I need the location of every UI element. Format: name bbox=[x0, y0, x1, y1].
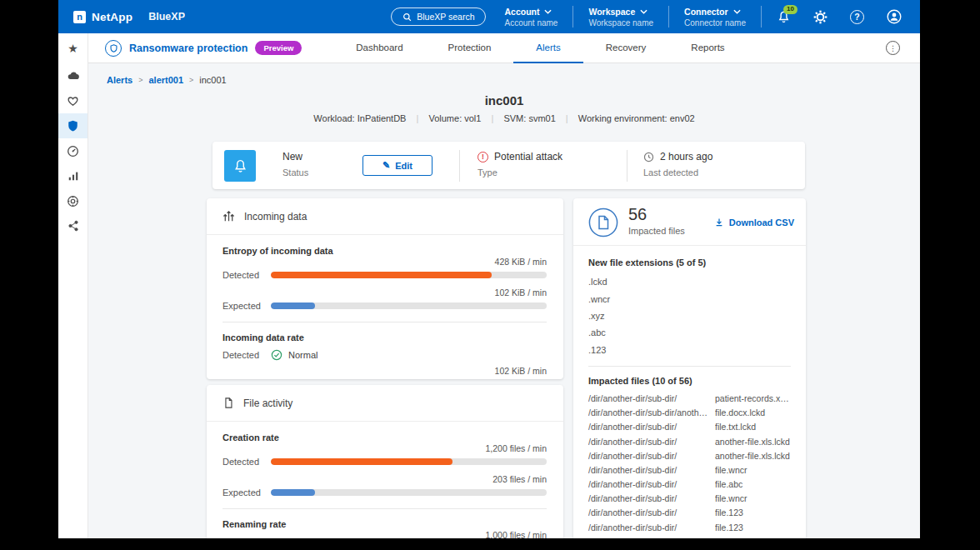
netapp-logo-icon: n bbox=[73, 11, 86, 23]
creation-rate-title: Creation rate bbox=[222, 432, 547, 442]
notification-count-badge: 10 bbox=[783, 5, 798, 14]
creation-detected-value: 1,200 files / min bbox=[222, 443, 547, 453]
tab-protection[interactable]: Protection bbox=[426, 33, 514, 63]
divider bbox=[222, 508, 547, 509]
tab-alerts[interactable]: Alerts bbox=[513, 33, 582, 63]
file-name: file.docx.lckd bbox=[715, 408, 791, 418]
sidebar-item-ransomware-protection[interactable] bbox=[58, 113, 88, 138]
sidebar-item-settings[interactable] bbox=[58, 188, 88, 213]
last-detected-label: Last detected bbox=[643, 168, 712, 178]
file-path: /dir/another-dir/sub-dir/ bbox=[588, 493, 715, 504]
meta-svm-label: SVM: bbox=[503, 113, 526, 123]
help-button[interactable]: ? bbox=[850, 10, 864, 24]
page-title: inc001 bbox=[88, 93, 920, 108]
breadcrumb-alert001-link[interactable]: alert001 bbox=[148, 75, 183, 85]
extension-item: .xyz bbox=[588, 308, 791, 324]
sidebar-item-storage[interactable] bbox=[58, 138, 88, 163]
breadcrumb-alerts-link[interactable]: Alerts bbox=[107, 75, 132, 85]
progress-track bbox=[271, 489, 547, 496]
status-label: Status bbox=[282, 168, 308, 178]
entropy-title: Entropy of incoming data bbox=[222, 246, 547, 256]
service-title: Ransomware protection bbox=[129, 42, 248, 54]
last-detected-section: 2 hours ago Last detected bbox=[643, 151, 712, 178]
file-name: file.123 bbox=[715, 508, 791, 518]
bar-chart-icon bbox=[68, 170, 79, 182]
netapp-brand[interactable]: n NetApp BlueXP bbox=[73, 11, 185, 23]
left-sidebar: ★ bbox=[58, 33, 88, 538]
info-icon: ⋮ bbox=[889, 44, 897, 52]
file-activity-card: File activity Creation rate 1,200 files … bbox=[207, 385, 563, 538]
meta-environment-value: env02 bbox=[670, 113, 695, 123]
chevron-down-icon bbox=[544, 9, 552, 14]
status-value: New bbox=[282, 151, 308, 162]
breadcrumb-separator: > bbox=[189, 76, 193, 84]
settings-button[interactable] bbox=[813, 10, 828, 24]
sidebar-item-analytics[interactable] bbox=[58, 163, 88, 188]
impacted-files-count-label: Impacted files bbox=[628, 226, 685, 236]
search-label: BlueXP search bbox=[417, 12, 474, 22]
impacted-files-list-title: Impacted files (10 of 56) bbox=[588, 376, 791, 386]
progress-track bbox=[271, 458, 547, 465]
impacted-file-row: /dir/another-dir/sub-dir/ file.123 bbox=[588, 521, 791, 535]
tab-dashboard[interactable]: Dashboard bbox=[333, 33, 425, 63]
impacted-files-icon bbox=[588, 208, 618, 238]
file-path: /dir/another-dir/sub-dir/ bbox=[588, 422, 715, 432]
bluexp-search[interactable]: BlueXP search bbox=[391, 8, 486, 26]
workspace-menu-label: Workspace bbox=[588, 7, 635, 17]
file-name: patient-records.xls.lckd bbox=[715, 393, 791, 404]
notifications-button[interactable]: 10 bbox=[777, 10, 791, 24]
sidebar-item-hybrid-cloud[interactable] bbox=[58, 63, 88, 88]
file-path: /dir/another-dir/sub-dir/ bbox=[588, 522, 715, 533]
incident-icon-tile bbox=[224, 150, 256, 182]
progress-track bbox=[271, 272, 547, 278]
account-menu-label: Account bbox=[504, 7, 539, 17]
alert-icon: ! bbox=[478, 152, 488, 162]
extension-item: .wncr bbox=[588, 290, 791, 307]
status-section: New Status bbox=[282, 151, 308, 178]
info-button[interactable]: ⋮ bbox=[886, 41, 900, 55]
impacted-file-row: /dir/another-dir/sub-dir/ file.wncr bbox=[588, 463, 791, 478]
divider: | bbox=[417, 113, 419, 123]
breadcrumb: Alerts > alert001 > inc001 bbox=[107, 75, 227, 85]
sidebar-item-health[interactable] bbox=[58, 88, 88, 113]
connector-menu[interactable]: Connector Connector name bbox=[681, 7, 749, 28]
meta-volume-value: vol1 bbox=[464, 113, 481, 123]
extension-item: .abc bbox=[588, 324, 791, 341]
app-window: n NetApp BlueXP BlueXP search Account Ac… bbox=[58, 0, 920, 538]
divider bbox=[222, 322, 547, 322]
renaming-detected-value: 1,000 files / min bbox=[222, 530, 547, 538]
type-value: Potential attack bbox=[494, 151, 562, 162]
rate-detected-row: Detected Normal bbox=[222, 349, 547, 361]
ransomware-protection-logo-icon bbox=[105, 40, 122, 57]
sidebar-item-favorites[interactable]: ★ bbox=[58, 33, 88, 63]
creation-expected-value: 203 files / min bbox=[222, 474, 547, 484]
impacted-file-row: /dir/another-dir/sub-dir/ file.txt.lckd bbox=[588, 420, 791, 434]
brand-name: NetApp bbox=[92, 11, 132, 23]
edit-button[interactable]: ✎ Edit bbox=[362, 155, 432, 176]
meta-volume-label: Volume: bbox=[428, 113, 462, 123]
entropy-expected-row: Expected bbox=[222, 301, 547, 311]
file-name: file.wncr bbox=[715, 465, 791, 476]
tab-recovery[interactable]: Recovery bbox=[583, 33, 669, 63]
file-path: /dir/another-dir/sub-dir/ bbox=[588, 451, 715, 462]
bell-icon bbox=[232, 158, 248, 174]
account-menu[interactable]: Account Account name bbox=[501, 7, 561, 28]
impacted-file-row: /dir/another-dir/sub-dir/ file.wncr bbox=[588, 492, 791, 506]
user-profile-button[interactable] bbox=[887, 9, 902, 24]
workspace-menu[interactable]: Workspace Workspace name bbox=[585, 7, 657, 28]
download-icon bbox=[714, 217, 724, 228]
divider bbox=[627, 150, 628, 182]
extension-item: .123 bbox=[588, 342, 791, 358]
tab-reports[interactable]: Reports bbox=[668, 33, 747, 63]
cloud-icon bbox=[67, 69, 80, 82]
file-path: /dir/another-dir/sub-dir/ bbox=[588, 465, 715, 476]
incoming-data-title: Incoming data bbox=[244, 211, 307, 222]
download-csv-link[interactable]: Download CSV bbox=[714, 217, 794, 228]
incident-meta: Workload: InPatientDB | Volume: vol1 | S… bbox=[88, 113, 920, 123]
gear-circle-icon bbox=[67, 195, 79, 208]
user-avatar-icon bbox=[887, 9, 902, 24]
service-tabs: Dashboard Protection Alerts Recovery Rep… bbox=[333, 33, 747, 63]
progress-track bbox=[271, 302, 547, 309]
sidebar-item-share[interactable] bbox=[58, 213, 88, 238]
file-icon bbox=[222, 397, 234, 409]
